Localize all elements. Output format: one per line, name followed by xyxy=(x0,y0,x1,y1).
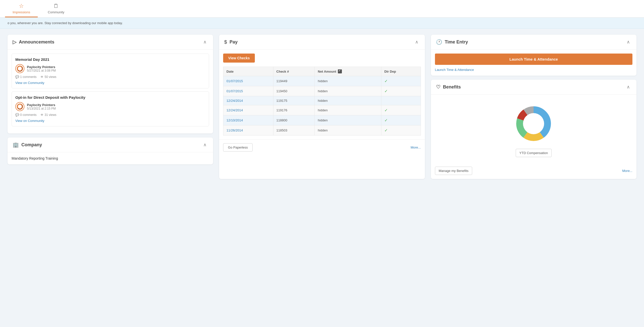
benefits-more-link[interactable]: More... xyxy=(622,169,632,173)
view-checks-button[interactable]: View Checks xyxy=(223,54,255,63)
pay-amount-cell: hidden xyxy=(315,86,381,96)
pay-check-cell: 118503 xyxy=(273,125,315,135)
announcement-item: Memorial Day 2021 Paylocity Pointers 5/2… xyxy=(12,54,209,88)
pay-more-link[interactable]: More... xyxy=(411,146,421,149)
pay-date-cell[interactable]: 11/26/2014 xyxy=(223,125,273,135)
pay-dirdeposit-cell: ✓ xyxy=(381,105,421,115)
pay-amount-cell: hidden xyxy=(315,125,381,135)
author-date-1: 5/27/2021 at 3:08 PM xyxy=(27,69,56,72)
pay-check-cell: 118800 xyxy=(273,115,315,125)
view-community-link-2[interactable]: View on Community xyxy=(15,119,44,123)
comment-icon-2: 💬 xyxy=(15,113,19,117)
pay-date-cell[interactable]: 12/24/2014 xyxy=(223,96,273,105)
benefits-footer: Manage my Benefits More... xyxy=(431,164,636,179)
company-body: Mandatory Reporting Training xyxy=(8,152,213,164)
views-count-1: 50 views xyxy=(45,75,56,79)
net-amount-col-header: Net Amount xyxy=(315,67,381,76)
paylocity-logo-1 xyxy=(15,64,24,73)
company-card: 🏢 Company ∧ Mandatory Reporting Training xyxy=(8,137,213,164)
announcements-header: ▷ Announcements ∧ xyxy=(8,35,213,50)
time-entry-body: Launch Time & Attendance Launch Time & A… xyxy=(431,50,636,76)
checkmark-icon: ✓ xyxy=(384,79,388,83)
views-icon-2: 👁 xyxy=(41,113,44,117)
benefits-body: YTD Compensation xyxy=(431,95,636,164)
author-name-1: Paylocity Pointers xyxy=(27,65,56,69)
announcement-author-1: Paylocity Pointers 5/27/2021 at 3:08 PM xyxy=(15,64,205,73)
main-content: ▷ Announcements ∧ Memorial Day 2021 Payl… xyxy=(0,29,644,185)
tab-impressions-label: Impressions xyxy=(13,10,30,14)
tab-impressions[interactable]: ☆ Impressions xyxy=(5,0,38,17)
launch-time-attendance-button[interactable]: Launch Time & Attendance xyxy=(435,54,632,65)
tab-community-label: Community xyxy=(48,10,64,14)
pay-date-cell[interactable]: 12/24/2014 xyxy=(223,105,273,115)
pay-date-cell[interactable]: 01/07/2015 xyxy=(223,76,273,86)
banner-text: o you, wherever you are. Stay connected … xyxy=(8,21,123,25)
pay-date-cell[interactable]: 01/07/2015 xyxy=(223,86,273,96)
time-entry-header: 🕐 Time Entry ∧ xyxy=(431,35,636,50)
pay-table-row: 12/10/2014118800hidden✓ xyxy=(223,115,421,125)
pay-table-row: 12/24/2014119176hidden✓ xyxy=(223,105,421,115)
pay-body: View Checks Date Check # Net Amount Dir … xyxy=(219,50,425,139)
announcement-meta-1: 💬 1 comments 👁 50 views xyxy=(15,75,205,79)
comment-count-1: 1 comments xyxy=(20,75,36,79)
manage-benefits-button[interactable]: Manage my Benefits xyxy=(435,167,472,175)
announcement-title-1: Memorial Day 2021 xyxy=(15,57,205,62)
tab-community[interactable]: 🗒 Community xyxy=(40,0,72,17)
pay-icon: $ xyxy=(224,39,227,45)
time-entry-collapse-btn[interactable]: ∧ xyxy=(625,39,631,45)
announcements-body: Memorial Day 2021 Paylocity Pointers 5/2… xyxy=(8,50,213,133)
pay-dirdeposit-cell: ✓ xyxy=(381,86,421,96)
donut-svg xyxy=(513,104,554,144)
ytd-compensation-button[interactable]: YTD Compensation xyxy=(516,149,552,157)
pay-card: $ Pay ∧ View Checks Date Check # Net Amo… xyxy=(219,35,425,179)
pay-title: Pay xyxy=(229,39,237,45)
dir-dep-col-header: Dir Dep xyxy=(381,67,421,76)
author-date-2: 5/13/2021 at 2:15 PM xyxy=(27,107,56,110)
net-amount-checkbox xyxy=(338,69,342,73)
author-name-2: Paylocity Pointers xyxy=(27,103,56,107)
benefits-chart xyxy=(435,99,632,149)
benefits-title: Benefits xyxy=(443,84,461,90)
pay-table-head: Date Check # Net Amount Dir Dep xyxy=(223,67,421,76)
announcements-icon: ▷ xyxy=(13,39,16,45)
announcement-item-2: Opt-in for Direct Deposit with Paylocity… xyxy=(12,91,209,126)
company-subtitle: Mandatory Reporting Training xyxy=(12,156,58,160)
pay-collapse-btn[interactable]: ∧ xyxy=(414,39,420,45)
pay-date-cell[interactable]: 12/10/2014 xyxy=(223,115,273,125)
checkmark-icon: ✓ xyxy=(384,128,388,132)
announcement-title-2: Opt-in for Direct Deposit with Paylocity xyxy=(15,95,205,100)
pay-table-row: 12/24/2014119175hidden xyxy=(223,96,421,105)
views-count-2: 31 views xyxy=(45,113,56,117)
comment-count-2: 0 comments xyxy=(20,113,36,117)
pay-amount-cell: hidden xyxy=(315,105,381,115)
announcements-collapse-btn[interactable]: ∧ xyxy=(202,39,208,45)
pay-footer: Go Paperless More... xyxy=(219,139,425,155)
pay-dirdeposit-cell: ✓ xyxy=(381,115,421,125)
benefits-card: ♡ Benefits ∧ xyxy=(431,80,636,179)
checkmark-icon: ✓ xyxy=(384,108,388,112)
community-icon: 🗒 xyxy=(53,3,59,9)
go-paperless-button[interactable]: Go Paperless xyxy=(223,143,253,152)
time-entry-card: 🕐 Time Entry ∧ Launch Time & Attendance … xyxy=(431,35,636,76)
pay-check-cell: 119175 xyxy=(273,96,315,105)
company-header: 🏢 Company ∧ xyxy=(8,137,213,152)
checkmark-icon: ✓ xyxy=(384,89,388,93)
pay-amount-cell: hidden xyxy=(315,76,381,86)
announcement-meta-2: 💬 0 comments 👁 31 views xyxy=(15,113,205,117)
pay-header: $ Pay ∧ xyxy=(219,35,425,50)
view-community-link-1[interactable]: View on Community xyxy=(15,81,44,85)
announcement-author-2: Paylocity Pointers 5/13/2021 at 2:15 PM xyxy=(15,102,205,111)
company-title: Company xyxy=(21,142,42,148)
pay-check-cell: 119176 xyxy=(273,105,315,115)
launch-time-attendance-link[interactable]: Launch Time & Attendance xyxy=(435,68,632,72)
benefits-collapse-btn[interactable]: ∧ xyxy=(625,84,631,90)
pay-amount-cell: hidden xyxy=(315,96,381,105)
paylocity-logo-2 xyxy=(15,102,24,111)
pay-dirdeposit-cell: ✓ xyxy=(381,76,421,86)
svg-point-5 xyxy=(523,113,544,134)
pay-table-row: 01/07/2015119449hidden✓ xyxy=(223,76,421,86)
date-col-header: Date xyxy=(223,67,273,76)
right-column: 🕐 Time Entry ∧ Launch Time & Attendance … xyxy=(431,35,636,179)
company-collapse-btn[interactable]: ∧ xyxy=(202,142,208,148)
check-col-header: Check # xyxy=(273,67,315,76)
